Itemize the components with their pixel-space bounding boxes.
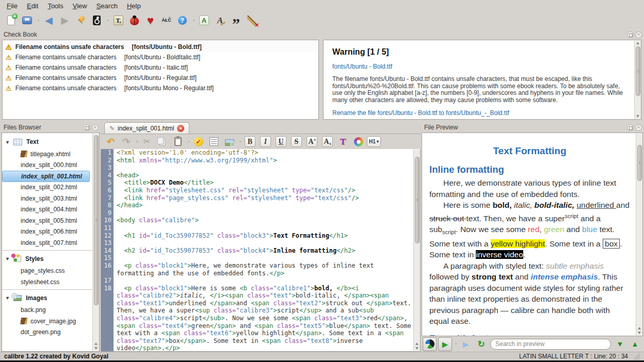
underline-button[interactable]: U bbox=[274, 135, 288, 149]
scroll-down-icon[interactable] bbox=[635, 114, 641, 119]
scrollbar-thumb[interactable] bbox=[637, 145, 642, 181]
menu-search[interactable]: Search bbox=[92, 1, 122, 11]
warning-file-link[interactable]: fonts/Ubuntu - Bold.ttf bbox=[332, 63, 627, 70]
float-panel-icon[interactable] bbox=[627, 124, 634, 131]
new-file-button[interactable] bbox=[4, 13, 18, 27]
scroll-up-icon[interactable] bbox=[635, 41, 641, 45]
smarten-punctuation-button[interactable]: ” bbox=[229, 13, 243, 27]
find-previous-button[interactable]: ▲ bbox=[628, 337, 642, 351]
code-editor[interactable]: 1<?xml version='1.0' encoding='utf-8'?>2… bbox=[101, 149, 421, 352]
arrange-into-folders-button[interactable]: A bbox=[197, 13, 211, 27]
section-text[interactable]: ▾Text bbox=[2, 135, 92, 149]
save-button[interactable] bbox=[20, 13, 34, 27]
file-item[interactable]: dot_green.png bbox=[2, 327, 92, 338]
file-item[interactable]: index_split_001.html bbox=[2, 171, 90, 182]
scroll-down-icon[interactable] bbox=[93, 346, 99, 351]
fix-html-button[interactable]: ✓ bbox=[191, 135, 205, 149]
file-item[interactable]: index_split_003.html bbox=[2, 193, 92, 204]
refresh-preview-button[interactable] bbox=[423, 337, 437, 351]
text-color-button[interactable]: T bbox=[336, 135, 350, 149]
check-item[interactable]: ⚠Filename contains unsafe characters[fon… bbox=[3, 52, 318, 62]
file-manager-button[interactable] bbox=[90, 13, 104, 27]
cut-button[interactable]: ✂ bbox=[140, 135, 154, 149]
strikethrough-button[interactable]: S bbox=[289, 135, 303, 149]
scrollbar-thumb[interactable] bbox=[636, 46, 640, 96]
close-panel-icon[interactable]: × bbox=[635, 31, 642, 38]
file-item[interactable]: index_split_007.html bbox=[2, 237, 92, 249]
go-forward-button[interactable]: ▶ bbox=[58, 13, 72, 27]
menu-edit[interactable]: Edit bbox=[22, 1, 43, 11]
search-input[interactable] bbox=[490, 339, 611, 350]
pretty-print-button[interactable] bbox=[207, 135, 221, 149]
check-spelling-button[interactable]: A bbox=[213, 13, 227, 27]
menu-file[interactable]: File bbox=[2, 1, 22, 11]
section-styles[interactable]: ▾Styles bbox=[2, 252, 92, 266]
scroll-up-icon[interactable] bbox=[93, 341, 99, 346]
tab-index-split-001[interactable]: ✎ index_split_001.html × bbox=[104, 122, 189, 134]
help-button[interactable]: ? bbox=[175, 13, 189, 27]
background-color-button[interactable] bbox=[351, 135, 365, 149]
redo-button[interactable]: ↷ bbox=[119, 135, 133, 149]
remove-unused-css-button[interactable] bbox=[245, 13, 259, 27]
file-item[interactable]: index_split_000.html bbox=[2, 160, 92, 171]
close-panel-icon[interactable]: × bbox=[92, 124, 99, 131]
menu-tools[interactable]: Tools bbox=[43, 1, 68, 11]
scrollbar[interactable] bbox=[636, 134, 642, 335]
scroll-down-icon[interactable] bbox=[636, 331, 642, 335]
check-item[interactable]: ⚠Filename contains unsafe characters[fon… bbox=[3, 62, 318, 73]
float-panel-icon[interactable] bbox=[84, 124, 90, 131]
heading-style-button[interactable]: H1 bbox=[367, 135, 381, 149]
subscript-button[interactable]: A bbox=[320, 135, 334, 149]
preview-content[interactable]: Text FormattingInline formattingHere, we… bbox=[422, 133, 635, 336]
scroll-up-icon[interactable] bbox=[636, 326, 642, 331]
menubar: FileEditToolsViewSearchHelp bbox=[0, 0, 644, 11]
menu-view[interactable]: View bbox=[68, 1, 92, 11]
paste-button[interactable] bbox=[171, 135, 185, 149]
sync-to-editor-button[interactable]: ▶ bbox=[459, 337, 473, 351]
file-item[interactable]: index_split_006.html bbox=[2, 226, 92, 238]
scroll-up-icon[interactable] bbox=[414, 341, 420, 346]
float-panel-icon[interactable] bbox=[627, 31, 634, 38]
menu-help[interactable]: Help bbox=[122, 1, 146, 11]
pin-button[interactable] bbox=[74, 13, 88, 27]
file-item[interactable]: titlepage.xhtml bbox=[2, 149, 92, 160]
donate-button[interactable]: ♥ bbox=[143, 13, 157, 27]
file-item[interactable]: page_styles.css bbox=[2, 266, 92, 277]
check-book-button[interactable] bbox=[127, 13, 141, 27]
special-characters-button[interactable]: ÀŁČ bbox=[159, 13, 173, 27]
check-item[interactable]: ⚠Filename contains unsafe characters[fon… bbox=[3, 83, 318, 93]
files-tree: ▾Texttitlepage.xhtmlindex_split_000.html… bbox=[2, 135, 92, 351]
auto-update-button[interactable]: ▶ bbox=[438, 337, 452, 351]
italic-button[interactable]: I bbox=[259, 135, 272, 149]
check-item[interactable]: ⚠Filename contains unsafe characters[fon… bbox=[3, 73, 318, 83]
section-images[interactable]: ▾Images bbox=[2, 291, 92, 305]
close-panel-icon[interactable]: × bbox=[635, 124, 642, 131]
file-item[interactable]: index_split_002.html bbox=[2, 182, 92, 193]
go-back-button[interactable]: ◀ bbox=[42, 13, 56, 27]
scrollbar-thumb[interactable] bbox=[415, 157, 420, 243]
insert-image-button[interactable] bbox=[222, 135, 236, 149]
file-item[interactable]: cover_image.jpg bbox=[2, 316, 92, 327]
file-item[interactable]: back.png bbox=[2, 305, 92, 316]
superscript-button[interactable]: A bbox=[305, 135, 319, 149]
scrollbar[interactable] bbox=[413, 150, 420, 351]
scroll-down-icon[interactable] bbox=[414, 346, 420, 351]
reload-button[interactable]: ↻ bbox=[474, 337, 488, 351]
copy-button[interactable] bbox=[155, 135, 169, 149]
resize-grip[interactable] bbox=[633, 353, 640, 360]
arrange-into-folders-icon: A bbox=[199, 15, 209, 25]
scrollbar[interactable] bbox=[634, 41, 641, 119]
file-item[interactable]: index_split_004.html bbox=[2, 204, 92, 216]
file-item[interactable]: index_split_005.html bbox=[2, 215, 92, 226]
bold-button[interactable]: B bbox=[243, 135, 257, 149]
warning-action-link[interactable]: Rename the file fonts/Ubuntu - Bold.ttf … bbox=[332, 109, 627, 117]
find-next-button[interactable]: ▼ bbox=[613, 337, 627, 351]
check-list[interactable]: ⚠Filename contains unsafe characters[fon… bbox=[2, 40, 319, 120]
manage-fonts-button[interactable]: T, bbox=[111, 13, 125, 27]
scrollbar-thumb[interactable] bbox=[94, 135, 99, 305]
file-item[interactable]: stylesheet.css bbox=[2, 276, 92, 288]
tab-close-icon[interactable]: × bbox=[177, 125, 184, 132]
undo-button[interactable]: ↶ bbox=[104, 135, 118, 149]
scrollbar[interactable] bbox=[92, 134, 99, 351]
check-item[interactable]: ⚠Filename contains unsafe characters[fon… bbox=[3, 42, 318, 52]
